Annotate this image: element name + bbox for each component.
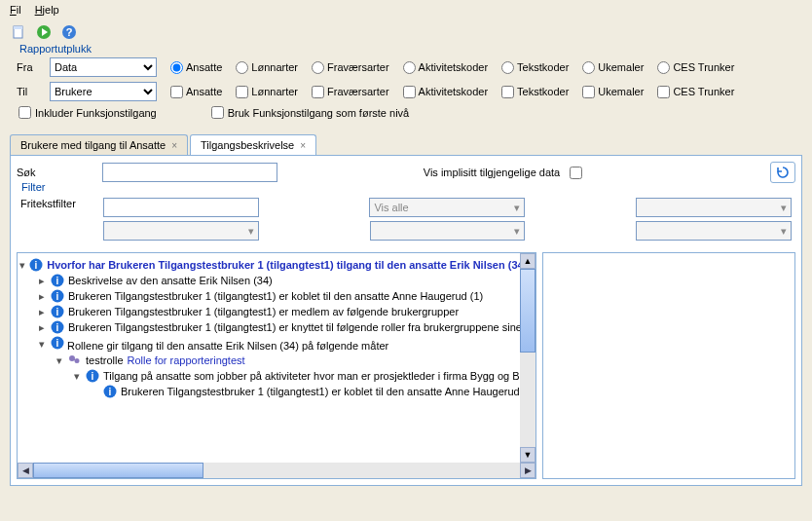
- close-icon[interactable]: ×: [300, 140, 306, 151]
- expand-icon[interactable]: ▸: [37, 321, 47, 334]
- flag-row: Inkluder Funksjonstilgang Bruk Funksjons…: [17, 106, 795, 119]
- check-aktivitetskoder[interactable]: [403, 86, 416, 98]
- filter-box: Filter Fritekstfilter Vis alle▾ ▾ ▾ ▾ ▾: [17, 187, 795, 248]
- tab-bar: Brukere med tilgang til Ansatte × Tilgan…: [10, 134, 802, 155]
- run-icon[interactable]: [35, 23, 53, 41]
- radio-lonnarter[interactable]: [236, 61, 248, 74]
- to-label: Til: [17, 86, 44, 97]
- tab-brukere-tilgang[interactable]: Brukere med tilgang til Ansatte ×: [10, 134, 188, 155]
- tree-node[interactable]: ▸ i Brukeren Tilgangstestbruker 1 (tilga…: [37, 288, 534, 304]
- filter-combo-1[interactable]: Vis alle▾: [369, 198, 525, 217]
- collapse-icon[interactable]: ▾: [55, 354, 64, 367]
- svg-text:i: i: [56, 307, 59, 317]
- check-tekstkoder[interactable]: [501, 86, 514, 98]
- radio-aktivitetskoder[interactable]: [403, 61, 416, 74]
- check-ansatte[interactable]: [170, 86, 183, 98]
- to-row: Til Brukere Ansatte Lønnarter Fraværsart…: [17, 82, 795, 101]
- scroll-thumb[interactable]: [33, 463, 203, 478]
- refresh-icon: [775, 165, 791, 180]
- tree-node-selected[interactable]: ▾ i Rollene gir tilgang til den ansatte …: [37, 335, 534, 353]
- svg-text:i: i: [92, 371, 94, 382]
- scroll-right-icon[interactable]: ▶: [520, 463, 535, 478]
- check-implicit[interactable]: [570, 167, 582, 179]
- radio-tekstkoder[interactable]: [501, 61, 514, 74]
- filter-combo-5[interactable]: ▾: [636, 221, 792, 241]
- filter-combo-3[interactable]: ▾: [103, 221, 259, 241]
- collapse-icon[interactable]: ▾: [19, 259, 25, 272]
- info-icon: i: [51, 274, 64, 287]
- refresh-button[interactable]: [770, 162, 795, 183]
- filter-legend: Filter: [18, 181, 48, 193]
- tree-panel[interactable]: ▾ i Hvorfor har Brukeren Tilgangstestbru…: [17, 252, 536, 479]
- info-icon: i: [51, 305, 64, 318]
- menu-file[interactable]: Fil: [10, 4, 21, 16]
- tree-node[interactable]: i Brukeren Tilgangstestbruker 1 (tilgang…: [90, 384, 534, 399]
- svg-text:i: i: [56, 291, 59, 302]
- report-legend: Rapportutplukk: [17, 43, 94, 55]
- check-include-func[interactable]: [18, 106, 31, 119]
- search-row: Søk Vis implisitt tilgjengelige data: [17, 162, 795, 183]
- from-row: Fra Data Ansatte Lønnarter Fraværsarter …: [17, 57, 795, 77]
- check-ukemaler[interactable]: [582, 86, 595, 98]
- check-lonnarter[interactable]: [236, 86, 248, 98]
- menu-bar: Fil Hjelp: [0, 0, 812, 19]
- tree-node[interactable]: ▾ i Tilgang på ansatte som jobber på akt…: [72, 368, 534, 384]
- scroll-down-icon[interactable]: ▼: [520, 447, 535, 463]
- tree-role-node[interactable]: ▾ testrolle Rolle for rapporteringtest: [55, 353, 534, 368]
- radio-ces-trunker[interactable]: [657, 61, 670, 74]
- scroll-up-icon[interactable]: ▲: [520, 253, 535, 269]
- scroll-thumb[interactable]: [520, 269, 535, 353]
- horizontal-scrollbar[interactable]: ◀ ▶: [18, 463, 535, 478]
- svg-text:?: ?: [66, 26, 73, 38]
- info-icon: i: [86, 369, 99, 383]
- svg-text:i: i: [109, 387, 112, 397]
- implicit-label: Vis implisitt tilgjengelige data: [424, 167, 560, 178]
- freetext-input[interactable]: [103, 198, 259, 217]
- from-label: Fra: [17, 61, 44, 73]
- search-input[interactable]: [102, 163, 277, 182]
- info-icon: i: [103, 385, 117, 398]
- check-fravaersarter[interactable]: [312, 86, 324, 98]
- close-icon[interactable]: ×: [171, 140, 177, 151]
- collapse-icon[interactable]: ▾: [37, 338, 47, 351]
- svg-text:i: i: [56, 338, 59, 349]
- expand-icon[interactable]: ▸: [37, 290, 47, 303]
- vertical-scrollbar[interactable]: ▲ ▼: [520, 253, 535, 463]
- radio-ansatte[interactable]: [170, 61, 183, 74]
- search-label: Søk: [17, 167, 94, 178]
- tab-tilgangsbeskrivelse[interactable]: Tilgangsbeskrivelse ×: [190, 134, 316, 155]
- help-icon[interactable]: ?: [60, 23, 78, 41]
- info-icon: i: [51, 336, 64, 350]
- svg-text:i: i: [56, 276, 59, 286]
- tree-node[interactable]: ▸ i Beskrivelse av den ansatte Erik Nils…: [37, 273, 534, 288]
- info-icon: i: [51, 289, 64, 303]
- tree-node[interactable]: ▸ i Brukeren Tilgangstestbruker 1 (tilga…: [37, 304, 534, 319]
- tab-pane: Søk Vis implisitt tilgjengelige data Fil…: [10, 155, 802, 486]
- filter-combo-4[interactable]: ▾: [370, 221, 526, 241]
- details-panel: [542, 252, 795, 479]
- freetext-label: Fritekstfilter: [20, 198, 93, 217]
- new-document-icon[interactable]: [10, 23, 27, 41]
- role-icon: [68, 354, 82, 367]
- svg-text:i: i: [56, 322, 59, 333]
- filter-combo-2[interactable]: ▾: [636, 198, 792, 217]
- scroll-left-icon[interactable]: ◀: [18, 463, 33, 478]
- expand-icon[interactable]: ▸: [37, 306, 47, 318]
- from-select[interactable]: Data: [50, 57, 157, 77]
- expand-icon[interactable]: ▸: [37, 275, 47, 287]
- radio-fravaersarter[interactable]: [312, 61, 324, 74]
- check-ces-trunker[interactable]: [657, 86, 670, 98]
- check-use-func-first[interactable]: [211, 106, 224, 119]
- menu-help[interactable]: Hjelp: [35, 4, 59, 16]
- svg-text:i: i: [35, 260, 38, 271]
- svg-rect-1: [14, 26, 22, 29]
- info-icon: i: [51, 320, 64, 334]
- report-groupbox: Rapportutplukk Fra Data Ansatte Lønnarte…: [10, 49, 802, 129]
- info-icon: i: [29, 258, 43, 272]
- collapse-icon[interactable]: ▾: [72, 370, 82, 383]
- radio-ukemaler[interactable]: [582, 61, 595, 74]
- tree-node[interactable]: ▸ i Brukeren Tilgangstestbruker 1 (tilga…: [37, 319, 534, 335]
- to-select[interactable]: Brukere: [50, 82, 157, 101]
- tree-root[interactable]: ▾ i Hvorfor har Brukeren Tilgangstestbru…: [19, 257, 534, 273]
- toolbar: ?: [0, 19, 812, 45]
